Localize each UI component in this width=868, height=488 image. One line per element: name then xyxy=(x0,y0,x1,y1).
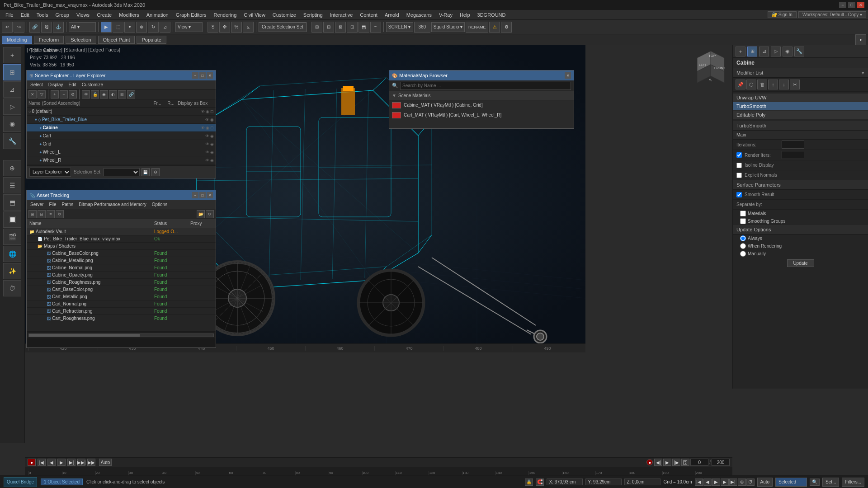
at-close-btn[interactable]: ✕ xyxy=(207,192,213,198)
snap3-btn[interactable]: % xyxy=(231,22,242,33)
menu-file[interactable]: File xyxy=(2,11,17,19)
rp-modify-btn[interactable]: ⊞ xyxy=(747,47,757,56)
anim-next-frame-btn[interactable]: ▶| xyxy=(67,459,75,466)
align2-btn[interactable]: ⊠ xyxy=(335,22,346,33)
se-row-grid[interactable]: ● Grid 👁 ◉ xyxy=(27,140,216,148)
create-selection-set-button[interactable]: Create Selection Set xyxy=(259,22,307,32)
anim-record-btn[interactable]: ● xyxy=(646,459,653,465)
rp-smooth-result-checkbox[interactable] xyxy=(736,192,742,197)
menu-content[interactable]: Content xyxy=(356,11,381,19)
mb-close-btn[interactable]: ✕ xyxy=(565,72,571,79)
at-row-file-7[interactable]: 🖼 Cart_Normal.png Found xyxy=(27,300,216,308)
rp-display-btn[interactable]: ◉ xyxy=(783,47,793,56)
se-link-btn[interactable]: 🔗 xyxy=(127,90,135,99)
status-next-frame-btn[interactable]: ▶| xyxy=(729,479,737,486)
at-menu-server[interactable]: Server xyxy=(28,202,45,207)
material-search-input[interactable] xyxy=(400,82,571,90)
filter-dropdown[interactable]: All ▾ xyxy=(69,22,96,32)
rp-manually-radio[interactable] xyxy=(740,251,746,257)
at-row-file-2[interactable]: 🖼 Cabine_Normal.png Found xyxy=(27,264,216,272)
at-restore-btn[interactable]: □ xyxy=(199,192,206,198)
close-button[interactable]: ✕ xyxy=(857,2,864,8)
rename-btn[interactable]: RENAME xyxy=(466,22,488,33)
status-play-btn[interactable]: ▶ xyxy=(712,479,720,486)
menu-megascans[interactable]: Megascans xyxy=(403,11,435,19)
menu-3dground[interactable]: 3DGROUND xyxy=(474,11,509,19)
sidebar-display-icon[interactable]: ◉ xyxy=(3,116,21,132)
sidebar-render-icon[interactable]: 🎬 xyxy=(3,229,21,245)
anim-next-key-btn2[interactable]: |▶ xyxy=(672,459,680,466)
anim-play-btn[interactable]: ▶ xyxy=(57,459,66,466)
snap-btn[interactable]: S xyxy=(208,22,218,33)
se-row-wheel-r[interactable]: ● Wheel_R 👁 ◉ xyxy=(27,156,216,164)
status-auto-btn[interactable]: Auto xyxy=(757,478,773,487)
rp-motion-btn[interactable]: ▷ xyxy=(771,47,781,56)
rp-iterations-input[interactable]: 0 xyxy=(782,141,804,149)
status-prev-frame-btn[interactable]: |◀ xyxy=(695,479,703,486)
tab-arrow-btn[interactable]: ▸ xyxy=(855,34,866,45)
rotate-button[interactable]: ↻ xyxy=(148,22,159,33)
snap4-btn[interactable]: ⊾ xyxy=(243,22,254,33)
rp-render-iters-input[interactable]: 2 xyxy=(782,151,804,159)
minimize-button[interactable]: − xyxy=(839,2,846,8)
rp-isoline-checkbox[interactable] xyxy=(736,163,742,168)
status-next-btn[interactable]: ▶ xyxy=(721,479,729,486)
at-row-file-3[interactable]: 🖼 Cabine_Opacity.png Found xyxy=(27,272,216,279)
rp-modifier-editablepoly[interactable]: Editable Poly xyxy=(733,111,868,119)
anim-prev-key-btn[interactable]: |◀ xyxy=(38,459,46,466)
status-set-btn[interactable]: Set... xyxy=(822,478,839,487)
view-dropdown[interactable]: View ▾ xyxy=(175,22,203,32)
anim-prev-key-btn2[interactable]: ◀| xyxy=(654,459,662,466)
se-row-trailer[interactable]: ▼◇ Pet_Bike_Trailer_Blue 👁 ◉ xyxy=(27,116,216,124)
rp-render-iters-checkbox[interactable] xyxy=(736,152,742,158)
align3-btn[interactable]: ⊡ xyxy=(347,22,358,33)
at-row-file-4[interactable]: 🖼 Cabine_Roughness.png Found xyxy=(27,279,216,286)
at-menu-bitmap[interactable]: Bitmap Performance and Memory xyxy=(77,202,148,207)
options-btn[interactable]: ⚙ xyxy=(501,22,512,33)
menu-rendering[interactable]: Rendering xyxy=(210,11,241,19)
anim-frame-type-btn[interactable]: Auto xyxy=(99,459,112,466)
menu-tools[interactable]: Tools xyxy=(33,11,52,19)
se-menu-edit[interactable]: Edit xyxy=(67,82,78,87)
rp-update-options-section[interactable]: Update Options xyxy=(733,225,868,235)
warn-btn[interactable]: ⚠ xyxy=(489,22,500,33)
sidebar-motion-icon[interactable]: ▷ xyxy=(3,99,21,115)
quixel-bridge-btn[interactable]: Quixel Bridge xyxy=(4,477,37,487)
sidebar-layer-icon[interactable]: ⬒ xyxy=(3,194,21,211)
status-zoom-btn[interactable]: 🔍 xyxy=(810,479,820,486)
rp-materials-checkbox[interactable] xyxy=(740,211,746,216)
menu-group[interactable]: Group xyxy=(52,11,73,19)
layer-explorer-select[interactable]: Layer Explorer xyxy=(29,168,71,177)
rp-create-btn[interactable]: + xyxy=(736,47,745,56)
at-min-btn[interactable]: − xyxy=(192,192,198,198)
se-color-btn[interactable]: ◐ xyxy=(109,90,117,99)
rp-mod-icon-3[interactable]: ↑ xyxy=(768,80,778,89)
asset-tracking-list[interactable]: 📁 Autodesk Vault Logged O... 📄 Pet_Bike_… xyxy=(27,228,216,331)
se-menu-display[interactable]: Display xyxy=(47,82,65,87)
undo-button[interactable]: ↩ xyxy=(2,22,13,33)
rp-modifier-turbosmooth[interactable]: TurboSmooth xyxy=(733,102,868,111)
scene-explorer-list[interactable]: ○ 0 (default) 👁 ◉ ⊡ ▼◇ Pet_Bike_Trailer_… xyxy=(27,108,216,165)
rp-modifier-list-section[interactable]: Modifier List ▾ xyxy=(733,68,868,78)
se-group-btn[interactable]: ⊞ xyxy=(118,90,126,99)
rp-mod-icon-5[interactable]: ✂ xyxy=(790,80,800,89)
rp-update-button[interactable]: Update xyxy=(787,259,814,267)
at-collapse-btn[interactable]: ⊟ xyxy=(38,210,46,218)
sidebar-utilities-icon[interactable]: 🔧 xyxy=(3,133,21,149)
at-reload-btn[interactable]: ⟳ xyxy=(206,210,214,218)
status-selected-btn[interactable]: Selected xyxy=(775,478,807,487)
status-time-config-btn[interactable]: ⏱ xyxy=(746,479,755,486)
sidebar-snap-icon[interactable]: ⊕ xyxy=(3,160,21,176)
at-list-btn[interactable]: ≡ xyxy=(47,210,55,218)
scene-explorer-min-btn[interactable]: − xyxy=(192,72,198,79)
menu-interactive[interactable]: Interactive xyxy=(326,11,357,19)
menu-arnold[interactable]: Arnold xyxy=(381,11,403,19)
unlink-button[interactable]: ⛓ xyxy=(41,22,52,33)
tab-object-paint[interactable]: Object Paint xyxy=(98,36,135,44)
val360-btn[interactable]: 360 xyxy=(414,22,430,33)
redo-button[interactable]: ↪ xyxy=(14,22,24,33)
screen-dropdown[interactable]: SCREEN ▾ xyxy=(386,22,413,32)
sidebar-modify-icon[interactable]: ⊞ xyxy=(3,64,21,80)
rp-modifier-unwrap[interactable]: Unwrap UVW xyxy=(733,94,868,102)
anim-play-btn2[interactable]: ▶ xyxy=(663,459,671,466)
